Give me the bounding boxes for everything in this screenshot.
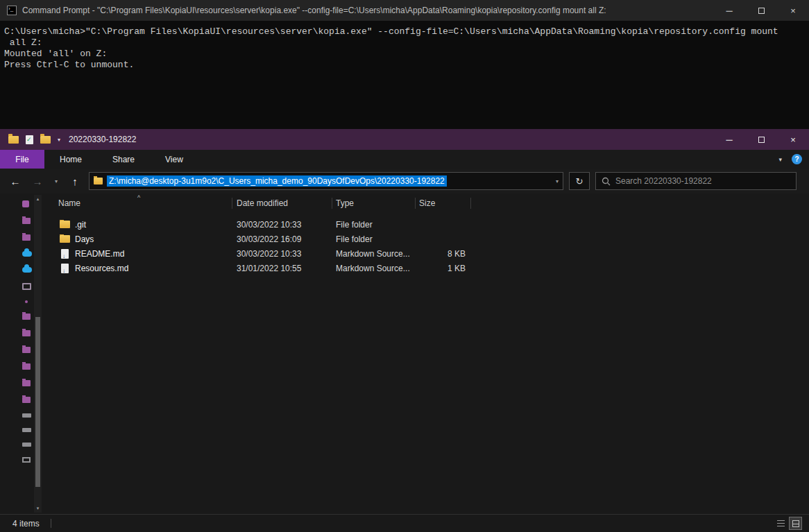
explorer-window-controls: ─ × (713, 129, 809, 150)
drive-icon[interactable] (22, 428, 31, 432)
dot-icon[interactable] (25, 300, 28, 303)
console-line: Mounted 'all' on Z: (4, 49, 809, 60)
cmd-app-icon (7, 6, 17, 15)
pin-icon[interactable] (22, 200, 29, 207)
table-row[interactable]: README.md 30/03/2022 10:33 Markdown Sour… (43, 246, 809, 261)
monitor-icon[interactable] (22, 283, 31, 290)
scroll-up-icon[interactable]: ▴ (34, 196, 42, 202)
new-folder-icon[interactable] (40, 136, 51, 144)
status-bar: 4 items (0, 514, 809, 532)
list-view-icon (777, 520, 785, 526)
cmd-minimize-button[interactable]: ─ (713, 0, 745, 21)
file-explorer-window: ▾ 20220330-192822 ─ × File Home Share Vi… (0, 129, 809, 532)
cmd-titlebar[interactable]: Command Prompt - "C:\Program Files\Kopia… (0, 0, 809, 21)
search-input[interactable] (615, 176, 790, 186)
refresh-button[interactable]: ↻ (569, 172, 590, 190)
table-row[interactable]: .git 30/03/2022 10:33 File folder (43, 217, 809, 232)
scroll-down-icon[interactable]: ▾ (34, 506, 42, 511)
address-bar[interactable]: Z:\micha@desktop-3u1m9o2\C_Users_micha_d… (89, 172, 563, 190)
cmd-window-controls: ─ × (713, 0, 809, 21)
cmd-console-output[interactable]: C:\Users\micha>"C:\Program Files\KopiaUI… (0, 21, 809, 71)
status-separator (51, 519, 51, 528)
explorer-maximize-button[interactable] (745, 129, 777, 150)
properties-icon[interactable] (26, 135, 33, 144)
file-type-cell: Markdown Source... (332, 249, 416, 259)
file-name: Resources.md (75, 264, 128, 273)
file-date-cell: 30/03/2022 10:33 (232, 220, 332, 230)
console-line: all Z: (4, 37, 809, 49)
cmd-maximize-button[interactable] (745, 0, 777, 21)
sort-ascending-icon: ^ (137, 194, 140, 201)
explorer-titlebar[interactable]: ▾ 20220330-192822 ─ × (0, 129, 809, 150)
back-icon[interactable]: ← (7, 175, 24, 187)
item-count: 4 items (12, 519, 40, 529)
address-dropdown-icon[interactable]: ▾ (556, 178, 559, 185)
file-name: .git (75, 220, 86, 230)
address-toolbar: ← → ▾ ↑ Z:\micha@desktop-3u1m9o2\C_Users… (0, 169, 809, 194)
explorer-app-icon (8, 136, 19, 144)
quick-access-toolbar: ▾ (8, 135, 60, 144)
forward-icon[interactable]: → (29, 175, 46, 187)
explorer-minimize-button[interactable]: ─ (713, 129, 745, 150)
file-date-cell: 30/03/2022 10:33 (232, 249, 332, 259)
file-name-cell: Resources.md (43, 264, 232, 273)
sidebar-scrollbar[interactable]: ▴ ▾ (34, 195, 42, 513)
folder-icon (60, 235, 70, 243)
cmd-window-title: Command Prompt - "C:\Program Files\Kopia… (22, 6, 710, 15)
explorer-main: ▴ ▾ ^ Name Date modified Type Size .git … (0, 194, 809, 514)
address-folder-icon (94, 178, 103, 185)
details-view-button[interactable] (789, 517, 802, 530)
drive-icon[interactable] (22, 413, 31, 418)
table-row[interactable]: Resources.md 31/01/2022 10:55 Markdown S… (43, 261, 809, 275)
folder-icon (60, 221, 70, 228)
cloud-icon[interactable] (22, 267, 32, 273)
tab-file[interactable]: File (0, 150, 44, 169)
console-line: C:\Users\micha>"C:\Program Files\KopiaUI… (4, 26, 809, 37)
column-header-size[interactable]: Size (416, 198, 471, 209)
console-line: Press Ctrl-C to unmount. (4, 60, 809, 71)
column-headers: Name Date modified Type Size (43, 194, 809, 213)
column-header-date-modified[interactable]: Date modified (232, 198, 332, 209)
folder-icon[interactable] (22, 330, 31, 336)
search-box[interactable] (595, 172, 797, 190)
folder-icon[interactable] (22, 363, 31, 370)
tab-view[interactable]: View (150, 150, 198, 169)
file-type-cell: Markdown Source... (332, 264, 416, 273)
address-path-selected-text[interactable]: Z:\micha@desktop-3u1m9o2\C_Users_micha_d… (107, 175, 447, 187)
cmd-close-button[interactable]: × (777, 0, 809, 21)
column-header-type[interactable]: Type (332, 198, 416, 209)
details-view-icon (792, 520, 799, 527)
file-type-cell: File folder (332, 220, 416, 230)
file-date-cell: 31/01/2022 10:55 (232, 264, 332, 273)
folder-icon[interactable] (22, 397, 31, 403)
list-view-button[interactable] (774, 517, 787, 530)
command-prompt-window: Command Prompt - "C:\Program Files\Kopia… (0, 0, 809, 129)
file-name-cell: README.md (43, 249, 232, 259)
tab-home[interactable]: Home (44, 150, 97, 169)
file-list: ^ Name Date modified Type Size .git 30/0… (43, 194, 809, 514)
maximize-icon (758, 8, 765, 14)
folder-icon[interactable] (22, 218, 31, 224)
network-icon[interactable] (22, 457, 31, 463)
folder-icon[interactable] (22, 347, 31, 353)
ribbon-menubar: File Home Share View ▾ ? (0, 150, 809, 169)
recent-locations-chevron-icon[interactable]: ▾ (51, 178, 61, 185)
ribbon-right-controls: ▾ ? (778, 150, 802, 169)
folder-icon[interactable] (22, 314, 31, 320)
table-row[interactable]: Days 30/03/2022 16:09 File folder (43, 232, 809, 246)
tab-share[interactable]: Share (97, 150, 150, 169)
navigation-pane: ▴ ▾ (0, 194, 43, 514)
expand-ribbon-icon[interactable]: ▾ (778, 156, 782, 163)
file-name: README.md (75, 249, 124, 259)
folder-icon[interactable] (22, 380, 31, 386)
file-name: Days (75, 234, 94, 244)
drive-icon[interactable] (22, 443, 31, 447)
scrollbar-thumb[interactable] (35, 317, 40, 487)
cloud-icon[interactable] (22, 251, 32, 257)
explorer-close-button[interactable]: × (777, 129, 809, 150)
file-rows: .git 30/03/2022 10:33 File folder Days 3… (43, 217, 809, 275)
up-icon[interactable]: ↑ (67, 175, 83, 187)
help-icon[interactable]: ? (792, 154, 802, 164)
folder-icon[interactable] (22, 234, 31, 241)
chevron-down-icon[interactable]: ▾ (58, 137, 60, 143)
